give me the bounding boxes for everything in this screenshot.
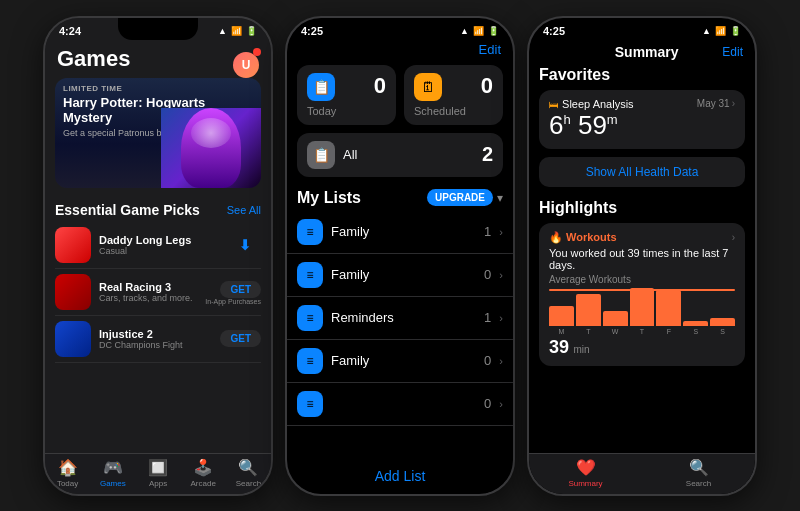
health-tab-bar: ❤️ Summary 🔍 Search	[529, 453, 755, 494]
sleep-value: 6h 59m	[549, 110, 735, 141]
notch	[360, 18, 440, 40]
section-title: Essential Game Picks	[55, 202, 200, 218]
tab-bar: 🏠 Today 🎮 Games 🔲 Apps 🕹️ Arcade 🔍 Searc…	[45, 453, 271, 494]
favorites-title: Favorites	[539, 66, 745, 84]
all-count: 2	[482, 143, 493, 166]
search-icon: 🔍	[238, 458, 258, 477]
featured-card[interactable]: LIMITED TIME Harry Potter: Hogwarts Myst…	[55, 78, 261, 188]
health-header: Summary Edit	[529, 40, 755, 66]
heart-icon: ❤️	[576, 458, 596, 477]
sleep-card[interactable]: 🛏 Sleep Analysis May 31 › 6h 59m	[539, 90, 745, 149]
tab-search[interactable]: 🔍 Search	[226, 458, 271, 488]
tab-label: Search	[686, 479, 711, 488]
all-card[interactable]: 📋 All 2	[297, 133, 503, 177]
chevron-right-icon: ›	[499, 312, 503, 324]
workouts-unit: min	[573, 344, 589, 355]
add-list-button[interactable]: Add List	[287, 458, 513, 494]
section-header: Essential Game Picks See All	[45, 196, 271, 222]
game-category: Cars, tracks, and more.	[99, 293, 197, 303]
get-button[interactable]: GET	[220, 330, 261, 347]
list-item[interactable]: Injustice 2 DC Champions Fight GET	[55, 316, 261, 363]
scheduled-icon: 🗓	[414, 73, 442, 101]
list-name: Family	[331, 224, 476, 239]
list-name: Family	[331, 353, 476, 368]
game-icon	[55, 227, 91, 263]
tab-today[interactable]: 🏠 Today	[45, 458, 90, 488]
time-1: 4:24	[59, 25, 81, 37]
tab-search[interactable]: 🔍 Search	[642, 458, 755, 488]
today-count: 0	[374, 73, 386, 99]
show-all-health-button[interactable]: Show All Health Data	[539, 157, 745, 187]
notification-badge	[253, 48, 261, 56]
list-icon: ≡	[297, 219, 323, 245]
tab-games[interactable]: 🎮 Games	[90, 458, 135, 488]
reminders-counts: 📋 0 Today 🗓 0 Scheduled	[287, 61, 513, 133]
page-title: Games	[57, 46, 259, 72]
reminders-header: Edit	[287, 40, 513, 61]
game-category: Casual	[99, 246, 221, 256]
sleep-date: May 31	[697, 98, 730, 109]
phone-appstore: 4:24 ▲📶🔋 Games U LIMITED TIME Harry Pott…	[43, 16, 273, 496]
list-icon: ≡	[297, 391, 323, 417]
featured-image	[161, 108, 261, 188]
game-icon	[55, 274, 91, 310]
tab-summary[interactable]: ❤️ Summary	[529, 458, 642, 488]
list-item[interactable]: Daddy Long Legs Casual ⬇	[55, 222, 261, 269]
highlights-title: Highlights	[539, 199, 745, 217]
get-button[interactable]: GET	[220, 281, 261, 298]
list-item[interactable]: ≡ Family 0 ›	[287, 340, 513, 383]
list-icon: ≡	[297, 262, 323, 288]
list-item[interactable]: ≡ 0 ›	[287, 383, 513, 426]
highlights-section: Highlights 🔥 Workouts › You worked out 3…	[529, 199, 755, 370]
sleep-card-header: 🛏 Sleep Analysis May 31 ›	[549, 98, 735, 110]
featured-label: LIMITED TIME	[55, 78, 261, 93]
today-icon: 🏠	[58, 458, 78, 477]
chevron-right-icon: ›	[499, 269, 503, 281]
time-2: 4:25	[301, 25, 323, 37]
list-item[interactable]: Real Racing 3 Cars, tracks, and more. GE…	[55, 269, 261, 316]
workouts-description: You worked out 39 times in the last 7 da…	[549, 247, 735, 271]
workouts-number: 39 min	[549, 337, 735, 358]
game-name: Real Racing 3	[99, 281, 197, 293]
apps-icon: 🔲	[148, 458, 168, 477]
sleep-minutes: 59	[578, 110, 607, 140]
tab-apps[interactable]: 🔲 Apps	[135, 458, 180, 488]
list-item[interactable]: ≡ Reminders 1 ›	[287, 297, 513, 340]
today-label: Today	[307, 105, 386, 117]
list-item[interactable]: ≡ Family 0 ›	[287, 254, 513, 297]
game-name: Daddy Long Legs	[99, 234, 221, 246]
list-name: Reminders	[331, 310, 476, 325]
all-card-left: 📋 All	[307, 141, 357, 169]
tab-label: Apps	[149, 479, 167, 488]
status-icons-2: ▲📶🔋	[460, 26, 499, 36]
notch	[118, 18, 198, 40]
game-info: Real Racing 3 Cars, tracks, and more.	[99, 281, 197, 303]
tab-label: Today	[57, 479, 78, 488]
list-name: Family	[331, 267, 476, 282]
search-icon: 🔍	[689, 458, 709, 477]
list-icon: ≡	[297, 348, 323, 374]
list-count: 1	[484, 224, 491, 239]
upgrade-button[interactable]: UPGRADE	[427, 189, 493, 206]
workouts-card[interactable]: 🔥 Workouts › You worked out 39 times in …	[539, 223, 745, 366]
arcade-icon: 🕹️	[193, 458, 213, 477]
list-item[interactable]: ≡ Family 1 ›	[287, 211, 513, 254]
scheduled-card[interactable]: 🗓 0 Scheduled	[404, 65, 503, 125]
game-info: Daddy Long Legs Casual	[99, 234, 221, 256]
edit-button[interactable]: Edit	[479, 42, 501, 57]
today-card[interactable]: 📋 0 Today	[297, 65, 396, 125]
chevron-icon[interactable]: ▾	[497, 191, 503, 205]
tab-label: Arcade	[191, 479, 216, 488]
edit-button[interactable]: Edit	[722, 45, 743, 59]
my-lists-title: My Lists	[297, 189, 361, 207]
tab-label: Summary	[568, 479, 602, 488]
appstore-header: Games U	[45, 40, 271, 78]
status-icons-3: ▲📶🔋	[702, 26, 741, 36]
see-all-link[interactable]: See All	[227, 204, 261, 216]
chevron-right-icon: ›	[499, 355, 503, 367]
scheduled-label: Scheduled	[414, 105, 493, 117]
all-label: All	[343, 147, 357, 162]
download-button[interactable]: ⬇	[229, 234, 261, 256]
list-count: 1	[484, 310, 491, 325]
tab-arcade[interactable]: 🕹️ Arcade	[181, 458, 226, 488]
